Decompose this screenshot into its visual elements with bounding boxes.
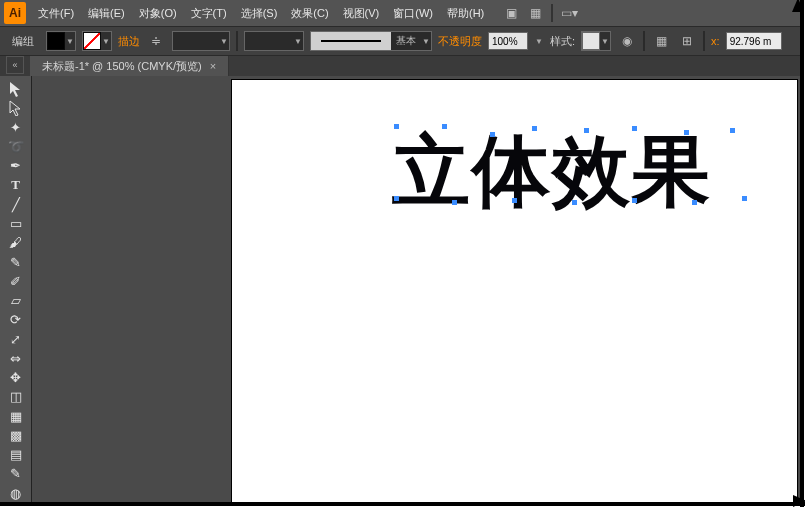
arrange-docs-icon[interactable]: ▦: [524, 3, 546, 23]
perspective-grid-tool[interactable]: ▦: [4, 408, 28, 425]
app-logo: Ai: [4, 2, 26, 24]
transform-icon[interactable]: ⊞: [677, 31, 697, 51]
frame-bottom-line: [0, 502, 805, 506]
blend-tool[interactable]: ◍: [4, 485, 28, 502]
stroke-label[interactable]: 描边: [118, 34, 140, 49]
stroke-swatch[interactable]: ▼: [82, 31, 112, 51]
app-window: Ai 文件(F) 编辑(E) 对象(O) 文字(T) 选择(S) 效果(C) 视…: [0, 0, 800, 502]
close-icon[interactable]: ×: [210, 60, 216, 72]
style-swatch[interactable]: ▼: [581, 31, 611, 51]
shape-builder-tool[interactable]: ◫: [4, 388, 28, 405]
artboard[interactable]: 立体效果: [232, 80, 797, 502]
chevron-down-icon[interactable]: ▼: [65, 32, 75, 50]
menu-file[interactable]: 文件(F): [32, 6, 80, 21]
gradient-tool[interactable]: ▤: [4, 446, 28, 463]
align-icon[interactable]: ▦: [651, 31, 671, 51]
menu-window[interactable]: 窗口(W): [387, 6, 439, 21]
eraser-tool[interactable]: ▱: [4, 292, 28, 309]
arrow-up-icon: [792, 0, 804, 12]
type-tool[interactable]: T: [4, 176, 28, 193]
line-tool[interactable]: ╱: [4, 196, 28, 213]
bridge-icon[interactable]: ▣: [500, 3, 522, 23]
style-preview-icon: [582, 32, 600, 50]
group-label: 编组: [6, 32, 40, 51]
lasso-tool[interactable]: ➰: [4, 138, 28, 155]
eyedropper-tool[interactable]: ✎: [4, 465, 28, 482]
menu-object[interactable]: 对象(O): [133, 6, 183, 21]
brush-preview-icon: [311, 32, 391, 50]
chevron-down-icon[interactable]: ▼: [293, 32, 303, 50]
style-label: 样式:: [550, 34, 575, 49]
width-tool[interactable]: ⇔: [4, 350, 28, 367]
document-title: 未标题-1* @ 150% (CMYK/预览): [42, 59, 202, 74]
chevron-down-icon[interactable]: ▼: [101, 32, 111, 50]
chevron-down-icon[interactable]: ▼: [219, 32, 229, 50]
arrow-right-icon: [793, 495, 805, 507]
document-tab[interactable]: 未标题-1* @ 150% (CMYK/预览) ×: [30, 56, 229, 76]
brush-field[interactable]: 基本 ▼: [310, 31, 432, 51]
chevron-down-icon[interactable]: ▼: [534, 32, 544, 50]
toolbox: ✦ ➰ ✒ T ╱ ▭ 🖌 ✎ ✐ ▱ ⟳ ⤢ ⇔ ✥ ◫ ▦ ▩ ▤ ✎ ◍: [0, 76, 32, 502]
fill-color-icon: [47, 32, 65, 50]
stroke-profile-field[interactable]: ▼: [244, 31, 304, 51]
menu-view[interactable]: 视图(V): [337, 6, 386, 21]
document-tab-bar: « 未标题-1* @ 150% (CMYK/预览) ×: [0, 56, 800, 76]
rectangle-tool[interactable]: ▭: [4, 215, 28, 232]
fill-swatch[interactable]: ▼: [46, 31, 76, 51]
recolor-icon[interactable]: ◉: [617, 31, 637, 51]
pen-tool[interactable]: ✒: [4, 157, 28, 174]
menu-select[interactable]: 选择(S): [235, 6, 284, 21]
direct-selection-tool[interactable]: [4, 99, 28, 116]
rotate-tool[interactable]: ⟳: [4, 311, 28, 328]
chevron-down-icon[interactable]: ▼: [600, 32, 610, 50]
menu-bar: Ai 文件(F) 编辑(E) 对象(O) 文字(T) 选择(S) 效果(C) 视…: [0, 0, 800, 26]
free-transform-tool[interactable]: ✥: [4, 369, 28, 386]
scale-tool[interactable]: ⤢: [4, 330, 28, 347]
menu-text[interactable]: 文字(T): [185, 6, 233, 21]
artwork-text[interactable]: 立体效果: [392, 120, 712, 225]
brush-label: 基本: [391, 34, 421, 48]
chevron-down-icon[interactable]: ▼: [421, 32, 431, 50]
collapse-panels-icon[interactable]: «: [6, 56, 24, 74]
control-bar: 编组 ▼ ▼ 描边 ≑ ▼ ▼ 基本 ▼ 不透明度 100% ▼ 样式:: [0, 26, 800, 56]
paintbrush-tool[interactable]: 🖌: [4, 234, 28, 251]
selection-tool[interactable]: [4, 80, 28, 97]
layout-icon[interactable]: ▭▾: [558, 3, 580, 23]
magic-wand-tool[interactable]: ✦: [4, 119, 28, 136]
blob-brush-tool[interactable]: ✐: [4, 273, 28, 290]
pencil-tool[interactable]: ✎: [4, 253, 28, 270]
menu-help[interactable]: 帮助(H): [441, 6, 490, 21]
workspace: ✦ ➰ ✒ T ╱ ▭ 🖌 ✎ ✐ ▱ ⟳ ⤢ ⇔ ✥ ◫ ▦ ▩ ▤ ✎ ◍ …: [0, 76, 800, 502]
no-stroke-icon: [83, 32, 101, 50]
stroke-weight-stepper[interactable]: ≑: [146, 31, 166, 51]
opacity-input[interactable]: 100%: [488, 32, 528, 50]
canvas-area[interactable]: 立体效果: [32, 76, 800, 502]
coord-x-input[interactable]: 92.796 m: [726, 32, 782, 50]
menu-effect[interactable]: 效果(C): [285, 6, 334, 21]
coord-x-label: x:: [711, 35, 720, 47]
stroke-weight-field[interactable]: ▼: [172, 31, 230, 51]
menu-edit[interactable]: 编辑(E): [82, 6, 131, 21]
mesh-tool[interactable]: ▩: [4, 427, 28, 444]
frame-right-line: [800, 0, 804, 507]
opacity-label[interactable]: 不透明度: [438, 34, 482, 49]
